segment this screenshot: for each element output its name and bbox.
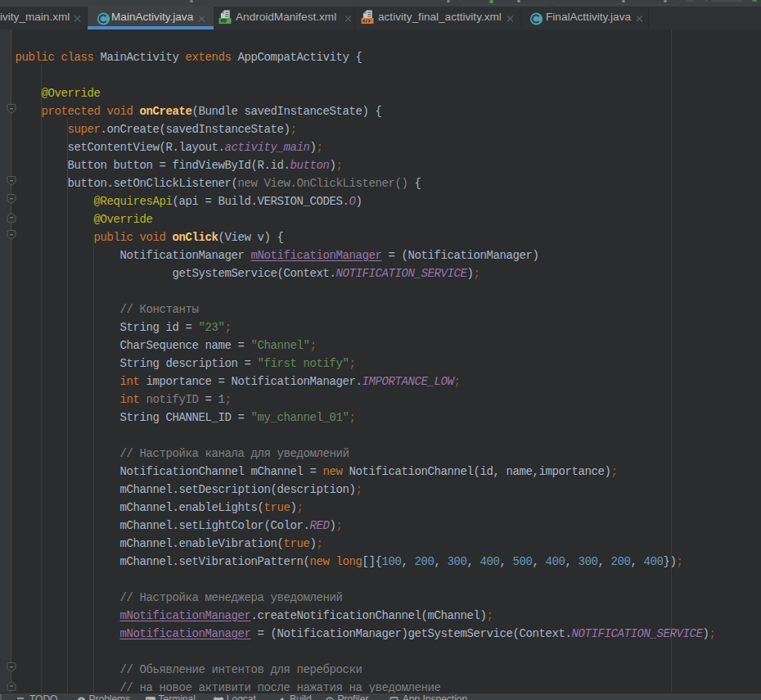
svg-text:MF: MF: [220, 17, 227, 24]
